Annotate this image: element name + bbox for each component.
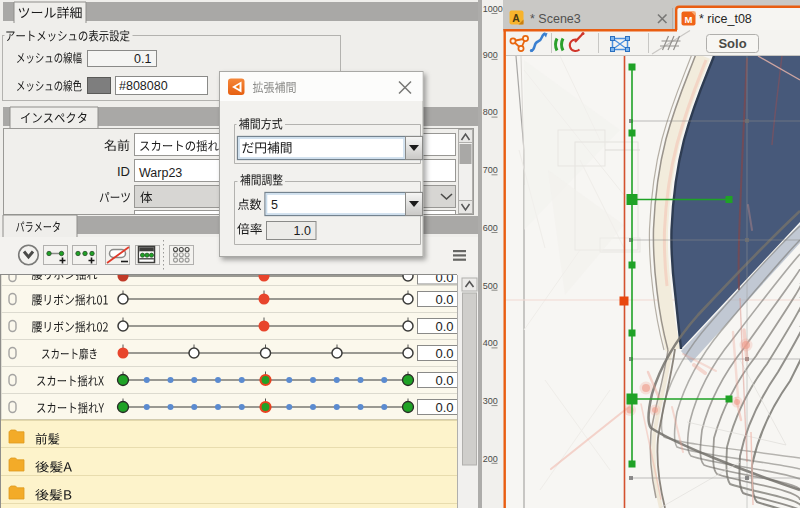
svg-text:#808080: #808080 [119,79,168,93]
svg-text:600: 600 [483,223,498,233]
svg-text:300: 300 [483,396,498,406]
svg-text:1.0: 1.0 [294,224,311,238]
svg-text:* rice_t08: * rice_t08 [699,12,752,26]
svg-text:0.0: 0.0 [435,400,453,415]
svg-text:0.0: 0.0 [435,292,453,307]
svg-text:900: 900 [483,50,498,60]
svg-text:700: 700 [483,165,498,175]
svg-text:Warp23: Warp23 [139,166,182,180]
svg-text:0.1: 0.1 [134,52,151,66]
svg-text:Solo: Solo [718,36,746,51]
svg-text:500: 500 [483,281,498,291]
svg-text:400: 400 [483,338,498,348]
svg-text:A: A [512,12,520,24]
svg-text:0.0: 0.0 [435,346,453,361]
svg-text:* Scene3: * Scene3 [530,12,581,26]
svg-text:M: M [685,14,693,25]
svg-text:800: 800 [483,107,498,117]
svg-text:0.0: 0.0 [435,319,453,334]
svg-text:1000: 1000 [483,4,503,14]
svg-text:ID: ID [117,164,130,179]
svg-text:0.0: 0.0 [435,373,453,388]
svg-text:5: 5 [271,198,278,212]
svg-text:200: 200 [483,454,498,464]
